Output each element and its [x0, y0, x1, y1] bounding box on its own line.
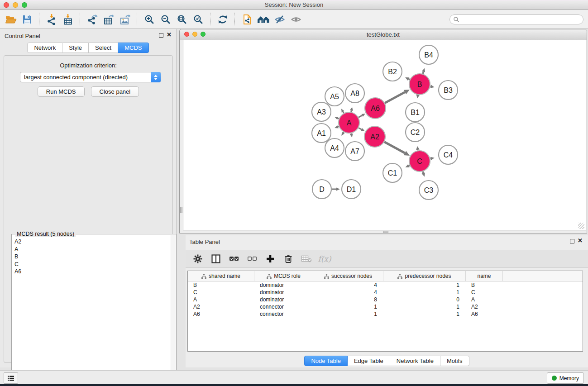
- column-header-shared-name[interactable]: shared name: [188, 271, 254, 281]
- hide-columns-icon[interactable]: [246, 253, 258, 265]
- network-window-titlebar[interactable]: testGlobe.txt: [180, 29, 587, 40]
- node-D1[interactable]: D1: [342, 180, 361, 199]
- export-table-icon[interactable]: [100, 12, 117, 27]
- export-network-icon[interactable]: [84, 12, 100, 27]
- main-toolbar: [0, 10, 588, 29]
- node-A2[interactable]: A2: [364, 126, 385, 147]
- table-cell: 4: [313, 281, 383, 289]
- node-C[interactable]: C: [409, 151, 430, 172]
- node-C2[interactable]: C2: [406, 123, 425, 142]
- hide-panel-icon[interactable]: [272, 12, 288, 27]
- edge-C-C1[interactable]: [409, 166, 410, 166]
- gear-icon[interactable]: [192, 253, 204, 265]
- node-B3[interactable]: B3: [439, 81, 458, 100]
- close-table-panel-icon[interactable]: ✕: [578, 237, 583, 244]
- table-row[interactable]: A2connector11A2: [188, 303, 583, 310]
- node-B1[interactable]: B1: [406, 103, 425, 122]
- search-input[interactable]: [449, 14, 583, 24]
- import-table-icon[interactable]: [60, 12, 76, 27]
- result-item[interactable]: C: [12, 261, 171, 268]
- tab-edge-table[interactable]: Edge Table: [348, 356, 390, 366]
- tab-mcds[interactable]: MCDS: [118, 43, 148, 53]
- optimization-select[interactable]: largest connected component (directed): [20, 72, 161, 82]
- run-mcds-button[interactable]: Run MCDS: [38, 86, 85, 97]
- resize-grip[interactable]: [578, 223, 584, 229]
- close-panel-button[interactable]: Close panel: [91, 86, 139, 97]
- node-A1[interactable]: A1: [312, 124, 331, 143]
- node-C4[interactable]: C4: [439, 145, 458, 164]
- edge-A-A8[interactable]: [351, 110, 352, 112]
- task-history-button[interactable]: [4, 372, 18, 384]
- node-A[interactable]: A: [339, 112, 359, 133]
- node-A5[interactable]: A5: [325, 87, 344, 106]
- node-C1[interactable]: C1: [383, 163, 402, 182]
- edge-A-A4[interactable]: [343, 132, 344, 133]
- refresh-icon[interactable]: [215, 12, 231, 27]
- node-D[interactable]: D: [312, 180, 331, 199]
- column-header-successor-nodes[interactable]: successor nodes: [313, 271, 383, 281]
- float-panel-icon[interactable]: [159, 33, 163, 38]
- new-network-icon[interactable]: [239, 12, 255, 27]
- node-A3[interactable]: A3: [312, 102, 331, 121]
- tab-select[interactable]: Select: [89, 43, 118, 53]
- export-image-icon[interactable]: [117, 12, 133, 27]
- column-header-name[interactable]: name: [466, 271, 503, 281]
- save-icon[interactable]: [19, 12, 35, 27]
- result-item[interactable]: A6: [12, 268, 171, 276]
- table-row[interactable]: Cdominator41C: [188, 289, 583, 296]
- network-graph: AA1A2A3A4A5A6A7A8BB1B2B3B4CC1C2C3C4DD1: [183, 40, 587, 231]
- tab-motifs[interactable]: Motifs: [440, 356, 469, 366]
- node-A7[interactable]: A7: [345, 142, 364, 161]
- column-header-MCDS-role[interactable]: MCDS role: [254, 271, 313, 281]
- result-item[interactable]: A2: [12, 238, 171, 246]
- zoom-in-icon[interactable]: [141, 12, 158, 27]
- edge-B-B4[interactable]: [423, 72, 423, 74]
- svg-text:B1: B1: [411, 109, 420, 116]
- node-A6[interactable]: A6: [365, 98, 386, 119]
- column-header-predecessor-nodes[interactable]: predecessor nodes: [383, 271, 466, 281]
- result-scrollbar[interactable]: [171, 235, 176, 386]
- edge-A-A6[interactable]: [359, 115, 362, 117]
- node-B4[interactable]: B4: [419, 45, 438, 64]
- close-panel-icon[interactable]: ✕: [167, 31, 172, 38]
- columns-icon[interactable]: [210, 253, 222, 265]
- tab-network-table[interactable]: Network Table: [390, 356, 440, 366]
- show-columns-icon[interactable]: [228, 253, 240, 265]
- add-column-icon[interactable]: [264, 253, 276, 265]
- edge-C-C3[interactable]: [423, 172, 423, 173]
- result-item[interactable]: A: [12, 246, 171, 253]
- table-row[interactable]: Adominator80A: [188, 296, 583, 303]
- node-A4[interactable]: A4: [325, 138, 344, 157]
- tab-node-table[interactable]: Node Table: [304, 356, 348, 366]
- zoom-out-icon[interactable]: [158, 12, 174, 27]
- open-folder-icon[interactable]: [3, 12, 19, 27]
- edge-A-A3[interactable]: [338, 118, 339, 119]
- node-B2[interactable]: B2: [383, 62, 402, 81]
- edge-A6-B[interactable]: [385, 92, 405, 103]
- home-icon[interactable]: [255, 12, 272, 27]
- table-row[interactable]: A6connector11A6: [188, 310, 583, 318]
- tab-style[interactable]: Style: [62, 43, 89, 53]
- node-B[interactable]: B: [409, 74, 430, 95]
- table-row[interactable]: Bdominator41B: [188, 281, 583, 289]
- delete-column-icon[interactable]: [282, 253, 294, 265]
- memory-button[interactable]: Memory: [547, 372, 584, 384]
- edge-A2-C[interactable]: [384, 142, 405, 153]
- zoom-selected-icon[interactable]: [190, 12, 206, 27]
- edge-A-A5[interactable]: [343, 112, 344, 113]
- network-vertical-scrollbar[interactable]: [180, 40, 183, 230]
- network-canvas[interactable]: AA1A2A3A4A5A6A7A8BB1B2B3B4CC1C2C3C4DD1: [183, 40, 586, 230]
- network-horizontal-scrollbar[interactable]: [183, 230, 586, 233]
- edge-B-B2[interactable]: [409, 79, 410, 80]
- result-item[interactable]: B: [12, 253, 171, 261]
- table-cell: 8: [313, 296, 383, 303]
- node-A8[interactable]: A8: [345, 84, 364, 103]
- import-network-icon[interactable]: [43, 12, 60, 27]
- zoom-fit-icon[interactable]: [174, 12, 190, 27]
- edge-A-A2[interactable]: [359, 128, 362, 129]
- tab-network[interactable]: Network: [27, 43, 62, 53]
- node-C3[interactable]: C3: [419, 181, 438, 200]
- edge-A-A1[interactable]: [338, 126, 339, 127]
- float-table-panel-icon[interactable]: [570, 239, 574, 243]
- show-panel-icon[interactable]: [288, 12, 304, 27]
